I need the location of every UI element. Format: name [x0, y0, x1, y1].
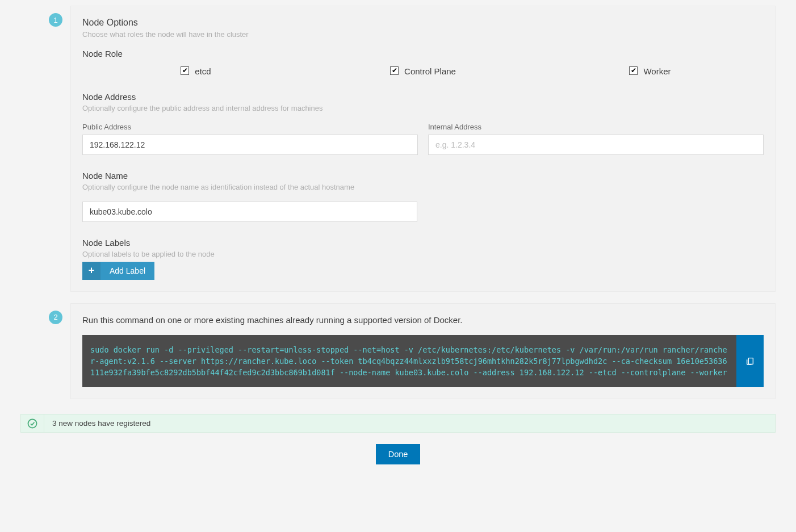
done-button[interactable]: Done: [376, 444, 421, 464]
add-label-text: Add Label: [100, 262, 154, 280]
step-2-badge: 2: [49, 311, 62, 324]
node-role-heading: Node Role: [82, 49, 764, 58]
node-labels-heading: Node Labels: [82, 238, 764, 248]
node-address-heading: Node Address: [82, 92, 764, 102]
node-name-heading: Node Name: [82, 171, 764, 181]
checkbox-icon: [629, 66, 638, 75]
role-worker-label: Worker: [643, 66, 671, 76]
role-worker[interactable]: Worker: [629, 66, 671, 76]
status-bar: 3 new nodes have registered: [20, 414, 776, 433]
internal-address-label: Internal Address: [428, 123, 764, 131]
role-control-plane-label: Control Plane: [404, 66, 456, 76]
node-name-input[interactable]: [82, 202, 417, 222]
add-label-button[interactable]: + Add Label: [82, 262, 154, 280]
checkbox-icon: [390, 66, 399, 75]
role-control-plane[interactable]: Control Plane: [390, 66, 456, 76]
node-address-subtitle: Optionally configure the public address …: [82, 104, 764, 112]
status-message: 3 new nodes have registered: [44, 414, 775, 432]
plus-icon: +: [82, 262, 100, 280]
role-etcd[interactable]: etcd: [181, 66, 211, 76]
command-block[interactable]: sudo docker run -d --privileged --restar…: [82, 335, 736, 388]
role-etcd-label: etcd: [195, 66, 211, 76]
checkbox-icon: [181, 66, 189, 75]
public-address-label: Public Address: [82, 123, 418, 131]
copy-button[interactable]: [736, 335, 764, 388]
node-role-row: etcd Control Plane Worker: [82, 65, 764, 76]
svg-rect-0: [748, 358, 753, 365]
clipboard-icon: [745, 356, 755, 366]
step-1-card: 1 Node Options Choose what roles the nod…: [70, 6, 776, 292]
node-options-subtitle: Choose what roles the node will have in …: [82, 30, 764, 39]
node-options-title: Node Options: [82, 18, 764, 28]
node-labels-subtitle: Optional labels to be applied to the nod…: [82, 250, 764, 258]
svg-point-1: [28, 419, 37, 428]
step-2-card: 2 Run this command on one or more existi…: [70, 303, 776, 400]
public-address-input[interactable]: [82, 135, 418, 155]
node-name-subtitle: Optionally configure the node name as id…: [82, 183, 764, 191]
internal-address-input[interactable]: [428, 135, 764, 155]
step-1-badge: 1: [49, 13, 62, 27]
step-2-instruction: Run this command on one or more existing…: [82, 315, 764, 325]
success-icon: [21, 414, 44, 432]
